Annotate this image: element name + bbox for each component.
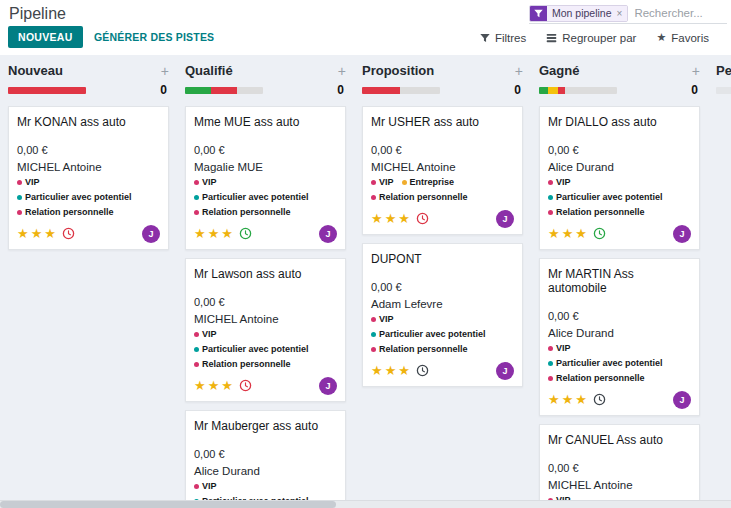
card-tag: Relation personnelle bbox=[548, 206, 645, 220]
card-tag: Relation personnelle bbox=[194, 206, 291, 220]
priority-stars[interactable]: ★★★ bbox=[548, 392, 589, 407]
activity-clock-icon[interactable] bbox=[416, 364, 429, 377]
card-tag: Relation personnelle bbox=[548, 372, 645, 386]
tag-dot-icon bbox=[548, 180, 553, 185]
column-progressbar[interactable] bbox=[8, 87, 86, 94]
column-title[interactable]: Gagné bbox=[539, 63, 579, 78]
card-tag: Particulier avec potentiel bbox=[194, 343, 309, 357]
progress-segment[interactable] bbox=[716, 87, 731, 94]
activity-clock-icon[interactable] bbox=[62, 227, 75, 240]
tag-dot-icon bbox=[371, 332, 376, 337]
add-record-icon[interactable]: + bbox=[515, 64, 523, 78]
column-progressbar[interactable] bbox=[716, 87, 731, 94]
kanban-card[interactable]: Mr MARTIN Ass automobile 0,00 € Alice Du… bbox=[539, 258, 700, 416]
kanban-card[interactable]: Mr USHER ass auto 0,00 € MICHEL Antoine … bbox=[362, 106, 523, 235]
card-title: Mr DIALLO ass auto bbox=[548, 115, 691, 129]
favorites-menu[interactable]: ★ Favoris bbox=[656, 31, 709, 44]
card-tag: VIP bbox=[548, 176, 571, 190]
activity-clock-icon[interactable] bbox=[416, 212, 429, 225]
card-amount: 0,00 € bbox=[371, 144, 514, 156]
priority-stars[interactable]: ★★★ bbox=[194, 226, 235, 241]
column-title[interactable]: Nouveau bbox=[8, 63, 63, 78]
progress-segment[interactable] bbox=[558, 87, 565, 94]
column-progressbar[interactable] bbox=[362, 87, 440, 94]
facet-remove-icon[interactable]: × bbox=[617, 8, 623, 19]
priority-stars[interactable]: ★★★ bbox=[371, 363, 412, 378]
tag-dot-icon bbox=[548, 361, 553, 366]
card-tag: VIP bbox=[194, 328, 217, 342]
progress-segment[interactable] bbox=[565, 87, 617, 94]
progress-segment[interactable] bbox=[539, 87, 548, 94]
filter-facet-icon bbox=[530, 6, 547, 21]
priority-stars[interactable]: ★★★ bbox=[371, 211, 412, 226]
card-salesperson: Alice Durand bbox=[548, 161, 691, 173]
column-title[interactable]: Perdu bbox=[716, 63, 731, 78]
column-count: 0 bbox=[514, 83, 523, 97]
tag-dot-icon bbox=[548, 346, 553, 351]
progress-segment[interactable] bbox=[362, 87, 400, 94]
kanban-card[interactable]: Mr KONAN ass auto 0,00 € MICHEL Antoine … bbox=[8, 106, 169, 250]
activity-clock-icon[interactable] bbox=[239, 227, 252, 240]
kanban-card[interactable]: Mme MUE ass auto 0,00 € Magalie MUE VIPP… bbox=[185, 106, 346, 250]
card-amount: 0,00 € bbox=[548, 310, 691, 322]
progress-segment[interactable] bbox=[237, 87, 263, 94]
kanban-card[interactable]: Mr CANUEL Ass auto 0,00 € MICHEL Antoine… bbox=[539, 424, 700, 500]
search-facet: Mon pipeline × bbox=[529, 5, 628, 22]
activity-clock-icon[interactable] bbox=[593, 393, 606, 406]
scrollbar-thumb[interactable] bbox=[0, 501, 336, 508]
activity-clock-icon[interactable] bbox=[593, 227, 606, 240]
tag-dot-icon bbox=[371, 347, 376, 352]
priority-stars[interactable]: ★★★ bbox=[548, 226, 589, 241]
card-title: Mr MARTIN Ass automobile bbox=[548, 267, 691, 295]
generate-leads-button[interactable]: GÉNÉRER DES PISTES bbox=[90, 26, 218, 48]
tag-dot-icon bbox=[194, 347, 199, 352]
add-record-icon[interactable]: + bbox=[338, 64, 346, 78]
kanban-column: Gagné + 0 Mr DIALLO ass auto 0,00 € Alic… bbox=[531, 55, 708, 500]
priority-stars[interactable]: ★★★ bbox=[194, 378, 235, 393]
progress-segment[interactable] bbox=[211, 87, 238, 94]
column-progressbar[interactable] bbox=[539, 87, 617, 94]
kanban-column: Qualifié + 0 Mme MUE ass auto 0,00 € Mag… bbox=[177, 55, 354, 500]
card-title: Mr Mauberger ass auto bbox=[194, 419, 337, 433]
facet-label: Mon pipeline × bbox=[547, 6, 627, 21]
card-title: Mr Lawson ass auto bbox=[194, 267, 337, 281]
progress-segment[interactable] bbox=[185, 87, 211, 94]
topbar: Pipeline NOUVEAU GÉNÉRER DES PISTES Mon … bbox=[0, 0, 731, 55]
card-tag: Particulier avec potentiel bbox=[194, 191, 309, 205]
kanban-card[interactable]: DUPONT 0,00 € Adam Lefevre VIPParticulie… bbox=[362, 243, 523, 387]
salesperson-avatar: J bbox=[496, 362, 514, 380]
horizontal-scrollbar[interactable] bbox=[0, 500, 731, 508]
column-progressbar[interactable] bbox=[185, 87, 263, 94]
tag-dot-icon bbox=[548, 210, 553, 215]
add-record-icon[interactable]: + bbox=[692, 64, 700, 78]
group-by-menu[interactable]: Regrouper par bbox=[546, 32, 636, 44]
column-title[interactable]: Proposition bbox=[362, 63, 434, 78]
salesperson-avatar: J bbox=[319, 377, 337, 395]
kanban-card[interactable]: Mr Mauberger ass auto 0,00 € Alice Duran… bbox=[185, 410, 346, 500]
filters-menu[interactable]: Filtres bbox=[480, 32, 526, 44]
tag-dot-icon bbox=[548, 376, 553, 381]
new-button[interactable]: NOUVEAU bbox=[8, 26, 83, 48]
card-tag: VIP bbox=[371, 313, 394, 327]
activity-clock-icon[interactable] bbox=[239, 379, 252, 392]
add-record-icon[interactable]: + bbox=[161, 64, 169, 78]
tag-dot-icon bbox=[371, 180, 376, 185]
progress-segment[interactable] bbox=[400, 87, 440, 94]
card-tag: VIP bbox=[548, 342, 571, 356]
priority-stars[interactable]: ★★★ bbox=[17, 226, 58, 241]
search-input[interactable] bbox=[628, 7, 727, 19]
tag-dot-icon bbox=[548, 195, 553, 200]
kanban-card[interactable]: Mr Lawson ass auto 0,00 € MICHEL Antoine… bbox=[185, 258, 346, 402]
progress-segment[interactable] bbox=[548, 87, 557, 94]
kanban-card[interactable]: Mr DIALLO ass auto 0,00 € Alice Durand V… bbox=[539, 106, 700, 250]
search-bar[interactable]: Mon pipeline × bbox=[529, 3, 727, 24]
column-cards: Mr KONAN ass auto 0,00 € MICHEL Antoine … bbox=[8, 106, 169, 250]
progress-segment[interactable] bbox=[8, 87, 86, 94]
tag-dot-icon bbox=[194, 210, 199, 215]
card-title: Mr CANUEL Ass auto bbox=[548, 433, 691, 447]
card-tags: VIPParticulier avec potentielRelation pe… bbox=[194, 328, 337, 372]
card-salesperson: Alice Durand bbox=[194, 465, 337, 477]
card-tag: Entreprise bbox=[402, 176, 455, 190]
column-title[interactable]: Qualifié bbox=[185, 63, 233, 78]
card-tag: Relation personnelle bbox=[17, 206, 114, 220]
